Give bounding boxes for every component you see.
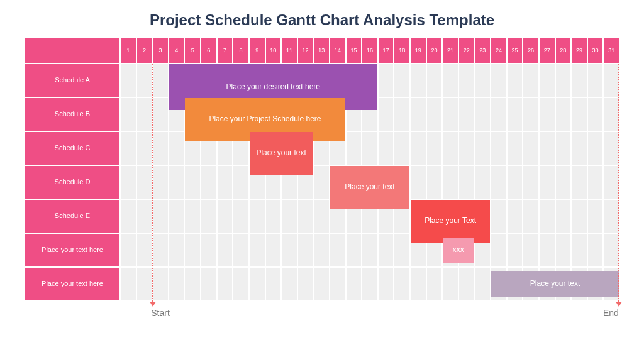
grid-cell <box>185 200 200 233</box>
grid-cell <box>491 234 506 266</box>
grid-cell <box>250 268 265 300</box>
grid-cell <box>169 200 184 233</box>
grid-cell <box>137 98 152 131</box>
grid-cell <box>121 64 136 97</box>
grid-cell <box>169 166 184 199</box>
day-header: 6 <box>201 38 216 63</box>
grid-cell <box>266 200 281 233</box>
grid-cell <box>523 132 538 165</box>
grid-cell <box>427 64 442 97</box>
row-label: Place your text here <box>25 234 119 266</box>
grid-cell <box>459 132 474 165</box>
grid-cell <box>572 64 587 97</box>
grid-cell <box>137 268 152 300</box>
grid-cell <box>266 268 281 300</box>
grid-cell <box>121 200 136 233</box>
row-label: Schedule E <box>25 200 119 233</box>
grid-cell <box>379 132 394 165</box>
grid-cell <box>443 98 458 131</box>
grid-cell <box>153 98 168 131</box>
grid-cell <box>233 268 248 300</box>
grid-cell <box>508 166 523 199</box>
grid-cell <box>491 132 506 165</box>
day-header: 21 <box>443 38 458 63</box>
grid-cell <box>137 200 152 233</box>
grid-cell <box>233 200 248 233</box>
grid-cell <box>523 234 538 266</box>
grid-cell <box>459 166 474 199</box>
grid-cell <box>604 200 619 233</box>
marker-line <box>152 64 153 302</box>
day-header: 15 <box>347 38 362 63</box>
row-label: Place your text here <box>25 268 119 300</box>
marker-arrow-icon <box>616 302 622 307</box>
grid-cell <box>572 98 587 131</box>
day-header: 8 <box>233 38 248 63</box>
grid-cell <box>508 200 523 233</box>
grid-cell <box>411 98 426 131</box>
day-header: 14 <box>330 38 345 63</box>
grid-cell <box>556 132 571 165</box>
grid-cell <box>218 234 233 266</box>
grid-cell <box>347 234 362 266</box>
grid-cell <box>427 132 442 165</box>
day-header: 26 <box>523 38 538 63</box>
gantt-chart: 1234567891011121314151617181920212223242… <box>25 38 619 300</box>
day-header: 7 <box>218 38 233 63</box>
grid-cell <box>427 166 442 199</box>
marker-label: End <box>603 308 619 318</box>
grid-cell <box>588 200 603 233</box>
grid-cell <box>153 64 168 97</box>
day-header: 9 <box>250 38 265 63</box>
grid-cell <box>394 64 409 97</box>
day-header: 11 <box>282 38 297 63</box>
grid-cell <box>459 268 474 300</box>
day-header: 17 <box>379 38 394 63</box>
grid-cell <box>523 166 538 199</box>
grid-cell <box>394 268 409 300</box>
grid-cell <box>379 64 394 97</box>
grid-cell <box>185 234 200 266</box>
day-header: 29 <box>572 38 587 63</box>
grid-cell <box>201 200 216 233</box>
grid-cell <box>604 98 619 131</box>
grid-cell <box>153 268 168 300</box>
grid-cell <box>250 234 265 266</box>
marker-line <box>618 64 619 302</box>
grid-cell <box>523 200 538 233</box>
grid-cell <box>411 166 426 199</box>
grid-cell <box>379 234 394 266</box>
grid-cell <box>218 166 233 199</box>
grid-cell <box>523 98 538 131</box>
grid-cell <box>508 98 523 131</box>
grid-cell <box>556 200 571 233</box>
grid-cell <box>137 166 152 199</box>
grid-cell <box>588 98 603 131</box>
grid-cell <box>523 64 538 97</box>
grid-cell <box>362 234 377 266</box>
grid-cell <box>137 234 152 266</box>
grid-cell <box>588 64 603 97</box>
grid-cell <box>540 234 555 266</box>
gantt-bar: Place your text <box>491 271 619 297</box>
grid-cell <box>411 268 426 300</box>
grid-cell <box>508 234 523 266</box>
day-header: 19 <box>411 38 426 63</box>
day-header: 18 <box>394 38 409 63</box>
grid-cell <box>508 132 523 165</box>
grid-cell <box>347 268 362 300</box>
grid-cell <box>475 98 490 131</box>
grid-cell <box>459 98 474 131</box>
page-title: Project Schedule Gantt Chart Analysis Te… <box>0 0 644 38</box>
grid-cell <box>491 98 506 131</box>
grid-cell <box>201 234 216 266</box>
grid-cell <box>153 166 168 199</box>
grid-cell <box>588 234 603 266</box>
grid-cell <box>604 234 619 266</box>
day-header: 3 <box>153 38 168 63</box>
day-header: 25 <box>508 38 523 63</box>
grid-cell <box>427 268 442 300</box>
day-header: 10 <box>266 38 281 63</box>
grid-cell <box>443 166 458 199</box>
grid-cell <box>282 234 297 266</box>
